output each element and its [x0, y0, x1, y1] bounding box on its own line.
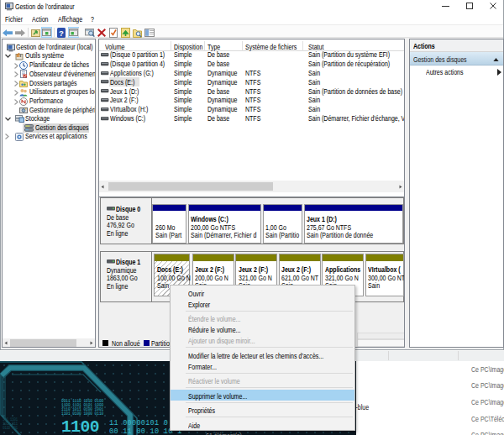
svg-text:?: ? — [59, 29, 64, 38]
